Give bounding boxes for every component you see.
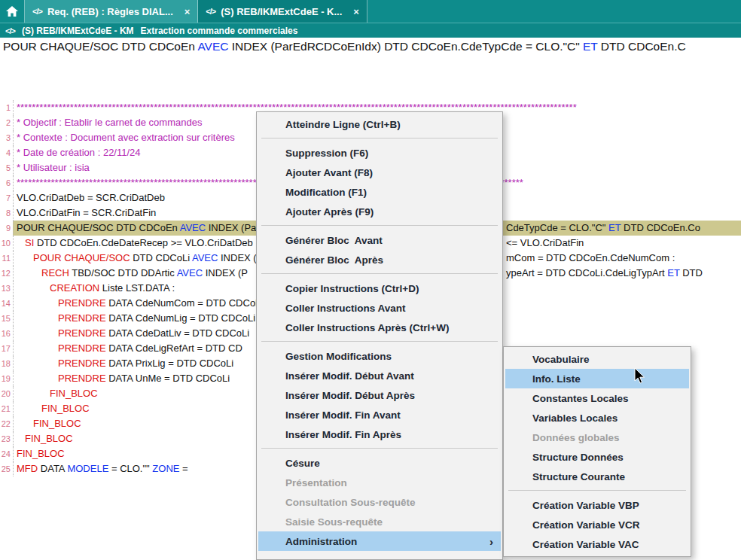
line-number: 22 [0,416,14,431]
close-icon[interactable]: × [353,7,359,17]
close-icon[interactable]: × [184,7,191,17]
menu-item-label: Consultation Sous-requête [285,497,416,508]
code-token: POUR CHAQUE/SOC DTD CDCoEn [17,222,180,233]
menu-item-label: Générer Bloc Avant [285,235,383,246]
line-number: 16 [0,326,14,341]
code-token: ypeArt = DTD CDCoLi.CdeLigTypArt [506,267,667,278]
code-text: FIN_BLOC [14,386,98,401]
context-menu-item-modification-f1[interactable]: Modification (F1) [258,182,501,202]
code-token: VLO.CriDatDeb = SCR.CriDatDeb [17,192,165,203]
code-icon: </> [5,26,15,35]
menu-item-label: Suppression (F6) [285,148,368,159]
context-menu-item-ins-rer-modif-d-but-apr-s[interactable]: Insérer Modif. Début Après [258,385,501,405]
code-text: PRENDRE DATA CdeLigRefArt = DTD CD [14,341,242,356]
context-menu-item-saisie-sous-requ-te: Saisie Sous-requête [258,512,501,531]
line-number: 20 [0,386,14,401]
submenu-item-structure-donn-es[interactable]: Structure Données [505,447,689,467]
code-token: SI [25,237,34,248]
code-text: FIN_BLOC [14,446,65,461]
submenu-item-structure-courante[interactable]: Structure Courante [505,467,689,486]
tab-reb-ikmextcdee[interactable]: </> (S) REB/IKMExtCdeE - K... × [198,0,367,23]
current-statement-bar: POUR CHAQUE/SOC DTD CDCoEn AVEC INDEX (P… [0,38,741,56]
code-token: AVEC [177,267,203,278]
code-text: PRENDRE DATA PrixLig = DTD CDCoLi [14,356,233,371]
context-menu-item-coller-instructions-apr-s-ctrl-w[interactable]: Coller Instructions Après (Ctrl+W) [258,318,501,337]
context-menu-item-ins-rer-modif-fin-apr-s[interactable]: Insérer Modif. Fin Après [258,425,501,444]
context-menu-item-atteindre-ligne-ctrl-b[interactable]: Atteindre Ligne (Ctrl+B) [258,114,501,134]
submenu-item-info-liste[interactable]: Info. Liste [505,369,689,388]
code-text-right: ypeArt = DTD CDCoLi.CdeLigTypArt ET DTD [506,266,703,281]
menu-item-label: Insérer Modif. Fin Avant [285,409,401,421]
line-number: 7 [0,190,14,205]
code-token: INDEX (ParEdRCDCoEnIdx) DTD CDCoEn.CdeTy… [228,40,583,53]
submenu-item-constantes-locales[interactable]: Constantes Locales [505,388,689,408]
submenu-administration: VocabulaireInfo. ListeConstantes Locales… [503,346,691,557]
menu-separator [261,225,498,226]
submenu-item-cr-ation-variable-vbp[interactable]: Création Variable VBP [505,495,689,515]
code-token: * Utilisateur : isia [17,162,90,173]
code-text: * Utilisateur : isia [14,160,90,175]
context-menu-item-suppression-f6[interactable]: Suppression (F6) [258,143,501,163]
code-token: Liste LST.DATA : [99,282,175,294]
code-text: PRENDRE DATA CdeNumCom = DTD CDCoEn [14,296,267,311]
context-menu-item-gestion-modifications[interactable]: Gestion Modifications [258,346,501,366]
code-token: FIN_BLOC [41,403,90,414]
code-token: DTD CDCoEn.CdeDateRecep >= VLO.CriDatDeb [34,237,255,248]
code-token: FIN_BLOC [33,418,81,429]
menu-item-label: Structure Données [532,452,624,463]
code-token: POUR CHAQUE/SOC DTD CDCoEn [3,40,197,53]
home-button[interactable] [0,0,25,23]
menu-item-label: Insérer Modif. Début Avant [285,370,414,382]
line-number: 3 [0,130,14,145]
code-token: ET [608,222,621,233]
code-token: * Date de création : 22/11/24 [17,147,141,158]
code-token: DTD CDCoLi [130,252,192,263]
menu-item-label: Vocabulaire [532,354,590,365]
code-token: CdeTypCde = CLO."C" [506,222,608,233]
code-token: DATA UnMe = DTD CDCoLi [106,373,230,384]
tab-req-reb-regles[interactable]: </> Req. (REB) : Règles DIAL... × [25,0,198,23]
code-text: FIN_BLOC [14,401,90,416]
context-menu-item-ajouter-avant-f8[interactable]: Ajouter Avant (F8) [258,163,501,182]
code-token: INDEX (P [203,267,248,278]
context-menu-item-g-n-rer-bloc-apr-s[interactable]: Générer Bloc Après [258,250,501,269]
submenu-item-cr-ation-variable-vcr[interactable]: Création Variable VCR [505,515,689,534]
code-token: PRENDRE [58,312,106,324]
line-number: 2 [0,115,14,130]
code-text-right: mCom = DTD CDCoEn.CdeNumCom : [506,251,675,266]
submenu-item-variables-locales[interactable]: Variables Locales [505,408,689,428]
context-menu: Atteindre Ligne (Ctrl+B)Suppression (F6)… [256,111,503,560]
context-menu-item-ins-rer-modif-fin-avant[interactable]: Insérer Modif. Fin Avant [258,405,501,425]
code-token: DATA PrixLig = DTD CDCoLi [106,358,234,369]
document-title: (S) REB/IKMExtCdeE - KM [22,26,134,36]
code-token: DATA CdeLigRefArt = DTD CD [106,342,242,354]
line-number: 5 [0,160,14,175]
menu-item-label: Création Variable VAC [532,539,639,550]
context-menu-item-coller-instructions-avant[interactable]: Coller Instructions Avant [258,298,501,318]
context-menu-item-ajouter-apr-s-f9[interactable]: Ajouter Après (F9) [258,202,501,221]
context-menu-item-consultation-sous-requ-te: Consultation Sous-requête [258,492,501,512]
menu-item-label: Structure Courante [532,471,625,482]
submenu-item-vocabulaire[interactable]: Vocabulaire [505,349,689,369]
document-subtitle: Extraction commande commerciales [141,26,298,36]
context-menu-item-copier-instructions-ctrl-d[interactable]: Copier Instructions (Ctrl+D) [258,278,501,298]
context-menu-item-g-n-rer-bloc-avant[interactable]: Générer Bloc Avant [258,230,501,250]
context-menu-item-ins-rer-modif-d-but-avant[interactable]: Insérer Modif. Début Avant [258,366,501,385]
code-token: ET [583,40,598,53]
menu-item-label: Copier Instructions (Ctrl+D) [285,283,419,294]
submenu-item-cr-ation-variable-vac[interactable]: Création Variable VAC [505,534,689,554]
context-menu-item-administration[interactable]: Administration› [258,531,501,551]
code-token: DATA CdeDatLiv = DTD CDCoLi [106,327,250,339]
menu-separator [261,341,498,342]
code-text: POUR CHAQUE/SOC DTD CDCoLi AVEC INDEX (P… [14,251,284,266]
code-text: VLO.CriDatDeb = SCR.CriDatDeb [14,190,165,205]
code-text: CREATION Liste LST.DATA : [14,281,175,296]
context-menu-item-pr-sentation: Présentation [258,473,501,492]
line-number: 18 [0,356,14,371]
context-menu-item-c-sure[interactable]: Césure [258,453,501,473]
menu-item-label: Présentation [285,477,347,488]
line-number: 21 [0,401,14,416]
code-text: SI DTD CDCoEn.CdeDateRecep >= VLO.CriDat… [14,236,255,251]
code-token: mCom = DTD CDCoEn.CdeNumCom : [506,252,675,263]
code-token: DTD CDCoEn.C [598,40,686,53]
